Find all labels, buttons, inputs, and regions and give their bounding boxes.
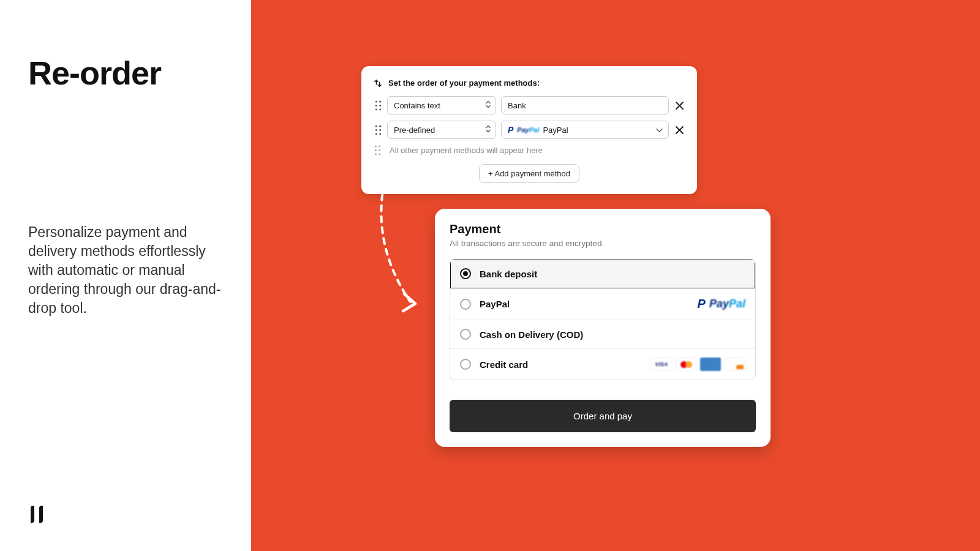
placeholder-text: All other payment methods will appear he… [390,146,543,155]
paypal-logo-icon: P PayPal [698,297,745,311]
discover-icon [725,358,745,371]
svg-point-16 [379,149,380,151]
option-label: Cash on Delivery (COD) [480,329,745,340]
svg-point-14 [379,146,380,148]
amex-icon [700,358,721,371]
checkout-preview-card: Payment All transactions are secure and … [435,209,771,447]
sort-icon [374,79,382,88]
drag-handle-icon[interactable] [374,100,382,111]
payment-option-paypal[interactable]: PayPal P PayPal [450,288,755,320]
option-label: PayPal [480,299,689,309]
mastercard-icon [676,358,696,371]
option-label: Bank deposit [480,269,745,279]
select-value: Pre-defined [394,126,435,135]
svg-point-11 [375,133,377,135]
page-title: Re-order [28,54,223,92]
close-icon [676,102,684,110]
logo-icon [28,504,48,524]
visa-icon: VISA [651,358,672,371]
radio-icon [460,299,471,310]
remove-row-button[interactable] [674,102,685,110]
svg-point-5 [375,108,377,110]
payment-options-list: Bank deposit PayPal P PayPal Cash on Del… [450,259,756,380]
svg-point-6 [379,108,381,110]
order-and-pay-button[interactable]: Order and pay [450,400,756,432]
illustration-panel: Set the order of your payment methods: C… [251,0,980,551]
rule-type-select[interactable]: Pre-defined [387,121,496,139]
svg-point-4 [379,105,381,107]
drag-handle-icon[interactable] [374,125,382,135]
svg-point-2 [379,100,381,102]
option-label: Credit card [480,359,643,370]
input-value: Bank [508,101,526,110]
chevron-up-down-icon [485,100,491,111]
checkout-subtitle: All transactions are secure and encrypte… [450,239,756,248]
reorder-config-card: Set the order of your payment methods: C… [361,66,697,194]
svg-point-10 [379,129,381,131]
select-value: Contains text [394,101,440,110]
radio-icon [460,268,471,279]
svg-point-17 [375,153,377,155]
rule-value-input[interactable]: Bank [501,96,669,114]
rule-value-select[interactable]: P PayPal PayPal [501,121,669,139]
config-header-text: Set the order of your payment methods: [388,78,540,88]
select-value: PayPal [543,126,568,135]
brand-logo [28,504,48,527]
marketing-sidebar: Re-order Personalize payment and deliver… [0,0,251,551]
svg-point-7 [375,125,377,127]
remove-row-button[interactable] [674,126,685,134]
svg-point-3 [375,105,377,107]
payment-option-credit-card[interactable]: Credit card VISA [450,349,755,380]
svg-point-18 [379,153,380,155]
radio-icon [460,329,471,340]
svg-point-13 [375,146,377,148]
page-description: Personalize payment and delivery methods… [28,223,223,318]
checkout-title: Payment [450,222,756,236]
rule-type-select[interactable]: Contains text [387,96,496,114]
drag-handle-icon [374,145,381,156]
config-header: Set the order of your payment methods: [374,78,685,88]
payment-option-bank-deposit[interactable]: Bank deposit [450,260,755,288]
card-brand-icons: VISA [651,358,745,371]
config-row[interactable]: Pre-defined P PayPal PayPal [374,121,685,139]
radio-icon [460,359,471,370]
svg-point-12 [379,133,381,135]
svg-point-8 [379,125,381,127]
svg-point-15 [375,149,377,151]
chevron-up-down-icon [485,125,491,135]
payment-option-cod[interactable]: Cash on Delivery (COD) [450,320,755,349]
add-payment-method-button[interactable]: + Add payment method [479,164,579,183]
svg-point-9 [375,129,377,131]
svg-point-1 [375,100,377,102]
config-row[interactable]: Contains text Bank [374,96,685,114]
remaining-methods-placeholder: All other payment methods will appear he… [374,145,685,156]
chevron-down-icon [656,126,663,135]
paypal-icon: P PayPal [508,125,539,135]
close-icon [676,126,684,134]
